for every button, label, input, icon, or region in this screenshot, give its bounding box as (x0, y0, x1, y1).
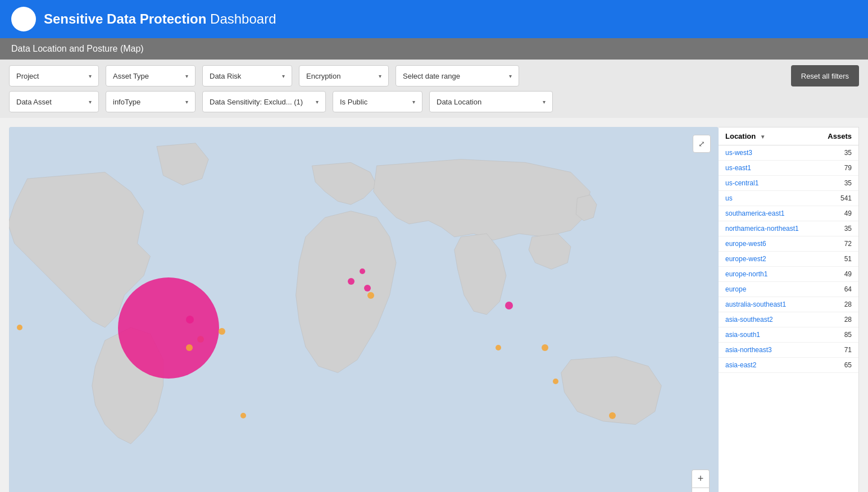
app-logo (11, 7, 36, 31)
filter-data-sensitivity[interactable]: Data Sensitivity: Exclud... (1) ▾ (202, 91, 326, 112)
chevron-down-icon: ▾ (543, 99, 546, 105)
filter-bar: Project ▾ Asset Type ▾ Data Risk ▾ Encry… (0, 60, 868, 118)
table-row[interactable]: us-east179 (719, 161, 858, 176)
chevron-down-icon: ▾ (412, 99, 415, 105)
chevron-down-icon: ▾ (379, 73, 381, 79)
location-table: Location ▼ Assets us-west335us-east179us… (719, 127, 859, 492)
filter-row-1: Project ▾ Asset Type ▾ Data Risk ▾ Encry… (9, 65, 859, 86)
app-title: Sensitive Data Protection Dashboard (44, 11, 276, 27)
table-row[interactable]: europe64 (719, 282, 858, 297)
table-row[interactable]: europe-west672 (719, 236, 858, 252)
subheader: Data Location and Posture (Map) (0, 38, 868, 60)
sort-icon[interactable]: ▼ (760, 134, 766, 140)
table-row[interactable]: southamerica-east149 (719, 206, 858, 221)
table-row[interactable]: us541 (719, 191, 858, 206)
table-rows: us-west335us-east179us-central135us541so… (719, 145, 858, 492)
table-row[interactable]: australia-southeast128 (719, 297, 858, 312)
chevron-down-icon: ▾ (282, 73, 285, 79)
chevron-down-icon: ▾ (89, 73, 92, 79)
chevron-down-icon: ▾ (185, 99, 188, 105)
map-expand-button[interactable]: ⤢ (693, 135, 711, 153)
map-zoom-controls: + − (692, 470, 710, 492)
table-row[interactable]: northamerica-northeast135 (719, 221, 858, 236)
filter-project[interactable]: Project ▾ (9, 65, 99, 86)
filter-data-asset[interactable]: Data Asset ▾ (9, 91, 99, 112)
subheader-title: Data Location and Posture (Map) (11, 44, 144, 53)
filter-data-risk[interactable]: Data Risk ▾ (202, 65, 292, 86)
zoom-in-button[interactable]: + (692, 470, 710, 488)
table-row[interactable]: europe-west251 (719, 252, 858, 267)
filter-data-location[interactable]: Data Location ▾ (429, 91, 553, 112)
filter-asset-type[interactable]: Asset Type ▾ (106, 65, 196, 86)
chevron-down-icon: ▾ (185, 73, 188, 79)
table-row[interactable]: asia-southeast228 (719, 312, 858, 327)
app-header: Sensitive Data Protection Dashboard (0, 0, 868, 38)
location-column-header: Location ▼ (725, 132, 766, 140)
filter-row-2: Data Asset ▾ infoType ▾ Data Sensitivity… (9, 91, 859, 112)
filter-date-range[interactable]: Select date range ▾ (396, 65, 519, 86)
reset-filters-button[interactable]: Reset all filters (791, 65, 859, 86)
filter-is-public[interactable]: Is Public ▾ (333, 91, 422, 112)
table-row[interactable]: us-central135 (719, 176, 858, 191)
chevron-down-icon: ▾ (316, 99, 319, 105)
svg-point-2 (20, 16, 25, 20)
table-row[interactable]: asia-south185 (719, 327, 858, 343)
chevron-down-icon: ▾ (509, 73, 512, 79)
zoom-out-button[interactable]: − (692, 488, 710, 492)
table-row[interactable]: asia-east265 (719, 358, 858, 373)
filter-info-type[interactable]: infoType ▾ (106, 91, 196, 112)
table-row[interactable]: us-west335 (719, 145, 858, 161)
chevron-down-icon: ▾ (89, 99, 92, 105)
world-map[interactable]: ⤢ + − Google Keyboard shortcuts Map data… (9, 127, 719, 492)
assets-column-header: Assets (828, 132, 852, 140)
table-row[interactable]: asia-northeast371 (719, 343, 858, 358)
main-content: ⤢ + − Google Keyboard shortcuts Map data… (0, 118, 868, 492)
filter-encryption[interactable]: Encryption ▾ (299, 65, 389, 86)
table-header: Location ▼ Assets (719, 127, 858, 145)
svg-line-1 (26, 22, 30, 26)
table-row[interactable]: europe-north149 (719, 267, 858, 282)
